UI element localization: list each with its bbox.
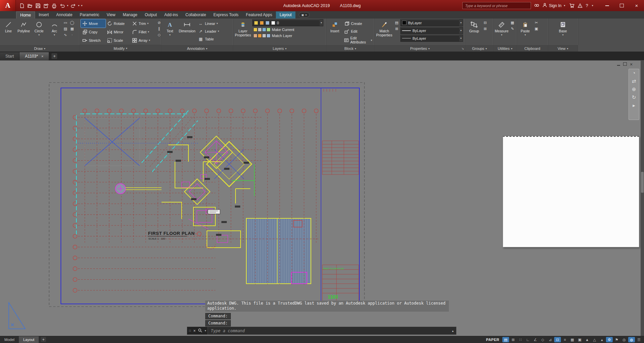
file-tab-start[interactable]: Start bbox=[0, 52, 20, 60]
spline-tool-icon[interactable]: ∿ bbox=[62, 32, 68, 37]
ribbon-tab-manage[interactable]: Manage bbox=[119, 11, 141, 19]
orbit-icon[interactable]: ↻ bbox=[632, 95, 636, 100]
mirror-button[interactable]: Mirror bbox=[106, 28, 131, 36]
trim-dropdown-icon[interactable]: ▾ bbox=[147, 22, 149, 25]
ribbon-tab-add-ins[interactable]: Add-ins bbox=[160, 11, 182, 19]
line-button[interactable]: Line bbox=[1, 19, 16, 45]
snap-mode-icon[interactable]: ∷ bbox=[517, 337, 524, 342]
panel-title-layers[interactable]: Layers▾ bbox=[233, 45, 326, 52]
move-button[interactable]: Move bbox=[81, 19, 106, 28]
group-edit-icon[interactable]: ⊞ bbox=[482, 26, 488, 31]
object-snap-icon[interactable]: ⊡ bbox=[554, 337, 561, 342]
color-combo-dropdown-icon[interactable]: ▾ bbox=[459, 20, 463, 26]
redo-icon[interactable] bbox=[69, 2, 77, 9]
command-line-bar[interactable]: ∷ × ▾ ▴ bbox=[187, 326, 457, 335]
command-grip-icon[interactable]: ∷ bbox=[189, 329, 191, 333]
app-store-icon[interactable] bbox=[569, 3, 574, 8]
plot-icon[interactable] bbox=[50, 2, 58, 9]
redo-dropdown-icon[interactable]: ▾ bbox=[78, 4, 79, 7]
close-button[interactable]: × bbox=[629, 0, 644, 11]
paste-dropdown-icon[interactable]: ▾ bbox=[525, 34, 526, 36]
grid-display-icon[interactable]: ⊞ bbox=[510, 337, 516, 342]
array-dropdown-icon[interactable]: ▾ bbox=[149, 39, 150, 41]
model-tab[interactable]: Model bbox=[0, 336, 19, 343]
layer-combo-dropdown-icon[interactable]: ▾ bbox=[320, 20, 323, 26]
file-tab-close-icon[interactable]: × bbox=[41, 54, 43, 58]
help-icon[interactable]: ? bbox=[586, 3, 588, 8]
pan-icon[interactable]: ⇄ bbox=[632, 79, 636, 84]
trim-button[interactable]: Trim ▾ bbox=[131, 19, 155, 28]
ungroup-icon[interactable]: ⊟ bbox=[482, 20, 488, 25]
panel-title-annotation[interactable]: Annotation▾ bbox=[162, 45, 233, 52]
ribbon-tab-output[interactable]: Output bbox=[141, 11, 160, 19]
arc-button[interactable]: Arc ▾ bbox=[47, 19, 62, 45]
properties-table-icon[interactable]: ⊞ bbox=[394, 26, 400, 31]
isolate-objects-icon[interactable]: ◎ bbox=[621, 337, 628, 342]
polyline-button[interactable]: Polyline bbox=[16, 19, 31, 45]
region-tool-icon[interactable]: ▦ bbox=[69, 26, 75, 31]
circle-button[interactable]: Circle ▾ bbox=[32, 19, 46, 45]
dimension-button[interactable]: Dimension bbox=[178, 19, 196, 45]
ribbon-tab-collaborate[interactable]: Collaborate bbox=[182, 11, 210, 19]
arc-dropdown-icon[interactable]: ▾ bbox=[54, 34, 55, 36]
copy-button[interactable]: Copy bbox=[81, 28, 106, 36]
match-layer-button[interactable]: Match Layer bbox=[252, 33, 325, 38]
panel-title-block[interactable]: Block▾ bbox=[326, 45, 374, 52]
ribbon-tab-parametric[interactable]: Parametric bbox=[76, 11, 103, 19]
ortho-mode-icon[interactable]: ∟ bbox=[525, 337, 531, 342]
fillet-button[interactable]: Fillet ▾ bbox=[131, 28, 155, 36]
table-button[interactable]: ▦ Table bbox=[197, 35, 232, 42]
text-button[interactable]: A Text ▾ bbox=[163, 19, 177, 45]
rotate-button[interactable]: Rotate bbox=[106, 19, 131, 28]
ribbon-tab-view[interactable]: View bbox=[103, 11, 119, 19]
help-search-input[interactable] bbox=[464, 3, 529, 8]
command-history-toggle-icon[interactable]: ▴ bbox=[449, 329, 456, 333]
isometric-drafting-icon[interactable]: ◇ bbox=[539, 337, 546, 342]
cut-icon[interactable]: ✂ bbox=[533, 20, 539, 25]
rectangle-tool-icon[interactable]: ▭ bbox=[62, 20, 68, 25]
new-layout-button[interactable]: + bbox=[41, 337, 46, 342]
hatch-tool-icon[interactable]: ▨ bbox=[62, 26, 68, 31]
copy-clip-icon[interactable]: ▣ bbox=[533, 26, 539, 31]
linear-dimension-button[interactable]: ↔ Linear ▾ bbox=[197, 20, 232, 27]
open-icon[interactable] bbox=[26, 2, 34, 9]
undo-dropdown-icon[interactable]: ▾ bbox=[67, 4, 68, 7]
workspace-switching-icon[interactable]: ⚙ bbox=[606, 337, 613, 342]
polar-tracking-icon[interactable]: ∠ bbox=[532, 337, 539, 342]
viewport-border[interactable] bbox=[61, 88, 359, 304]
quick-calc-icon[interactable]: ▦ bbox=[509, 20, 515, 25]
object-snap-tracking-icon[interactable]: ⊿ bbox=[547, 337, 553, 342]
fillet-dropdown-icon[interactable]: ▾ bbox=[148, 31, 149, 33]
leader-button[interactable]: ↗ Leader ▾ bbox=[197, 28, 232, 35]
panel-title-clipboard[interactable]: Clipboard bbox=[517, 45, 548, 52]
insert-button[interactable]: Insert bbox=[327, 19, 342, 45]
base-dropdown-icon[interactable]: ▾ bbox=[562, 34, 564, 36]
show-motion-icon[interactable]: ▸ bbox=[633, 103, 635, 108]
base-button[interactable]: Base ▾ bbox=[556, 19, 570, 45]
minimize-button[interactable] bbox=[600, 0, 614, 11]
paper-space-label[interactable]: PAPER bbox=[486, 338, 499, 342]
scale-button[interactable]: Scale bbox=[106, 36, 131, 44]
lineweight-combo[interactable]: ByLayer ▾ bbox=[400, 27, 463, 34]
properties-dialog-launcher-icon[interactable]: ↘ bbox=[461, 47, 464, 50]
recent-commands-icon[interactable] bbox=[198, 328, 202, 333]
leader-dropdown-icon[interactable]: ▾ bbox=[218, 30, 219, 32]
panel-title-properties[interactable]: Properties▾ ↘ bbox=[374, 45, 465, 52]
file-tab-a1103[interactable]: A1103* × bbox=[20, 52, 49, 60]
layer-properties-button[interactable]: Layer Properties bbox=[234, 19, 252, 45]
save-icon[interactable] bbox=[34, 2, 42, 9]
maximize-button[interactable] bbox=[614, 0, 629, 11]
ribbon-tab-layout[interactable]: Layout bbox=[276, 11, 295, 19]
sign-in-button[interactable]: Sign In ▾ bbox=[542, 3, 566, 8]
customization-icon[interactable]: ☰ bbox=[636, 337, 642, 342]
selection-cycling-icon[interactable]: ▣ bbox=[576, 337, 583, 342]
drawing-restore-icon[interactable] bbox=[623, 62, 627, 66]
graphics-performance-icon[interactable]: ◍ bbox=[628, 337, 635, 342]
circle-dropdown-icon[interactable]: ▾ bbox=[38, 34, 40, 36]
edit-attributes-button[interactable]: Edit Attributes ▾ bbox=[343, 35, 373, 45]
application-menu-button[interactable]: A bbox=[0, 0, 16, 11]
layout-tab[interactable]: Layout bbox=[19, 336, 39, 343]
create-block-button[interactable]: Create bbox=[343, 20, 373, 27]
new-drawing-tab-button[interactable]: + bbox=[51, 53, 57, 59]
paste-button[interactable]: Paste ▾ bbox=[518, 19, 533, 45]
